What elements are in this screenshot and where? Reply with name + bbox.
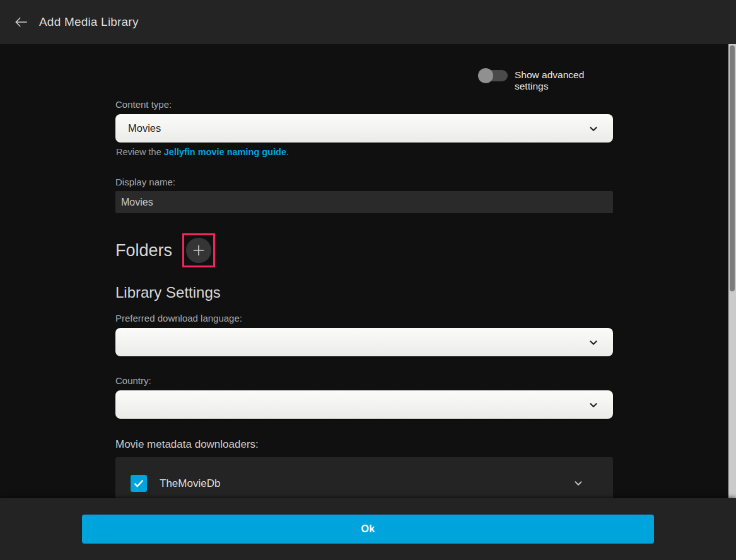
page-title: Add Media Library — [39, 15, 139, 29]
display-name-label: Display name: — [115, 177, 175, 187]
app-header: Add Media Library — [0, 0, 736, 44]
expand-chevron-icon[interactable] — [571, 476, 585, 490]
scrollbar-thumb[interactable] — [730, 45, 735, 291]
metadata-downloaders-label: Movie metadata downloaders: — [115, 438, 259, 451]
preferred-language-label: Preferred download language: — [115, 313, 242, 324]
arrow-back-icon — [13, 14, 29, 30]
toggle-knob — [478, 68, 493, 83]
content-type-value: Movies — [128, 122, 587, 134]
chevron-down-icon — [587, 122, 600, 136]
back-button[interactable] — [6, 7, 36, 37]
form-scroll-area: Show advanced settings Content type: Mov… — [0, 44, 728, 498]
advanced-settings-label: Show advanced settings — [515, 69, 613, 92]
help-prefix: Review the — [116, 147, 164, 157]
library-settings-heading: Library Settings — [115, 284, 221, 301]
country-select[interactable] — [115, 390, 613, 419]
country-label: Country: — [115, 375, 151, 386]
folders-heading: Folders — [115, 241, 172, 260]
chevron-down-icon — [587, 335, 600, 349]
add-folder-button[interactable] — [186, 238, 211, 263]
focus-highlight-ring — [182, 233, 215, 267]
plus-icon — [191, 243, 206, 258]
content-type-select[interactable]: Movies — [115, 114, 613, 143]
check-icon — [132, 477, 145, 490]
ok-button[interactable]: Ok — [82, 515, 654, 544]
scrollbar-track[interactable] — [728, 44, 736, 498]
chevron-down-icon — [587, 398, 600, 412]
help-suffix: . — [286, 147, 289, 157]
form-column: Show advanced settings Content type: Mov… — [115, 44, 613, 498]
footer-bar: Ok — [0, 498, 736, 560]
advanced-settings-row: Show advanced settings — [115, 67, 613, 85]
display-name-input[interactable] — [115, 191, 613, 213]
naming-guide-link[interactable]: Jellyfin movie naming guide — [164, 147, 286, 157]
metadata-downloader-card: TheMovieDb — [115, 457, 613, 498]
metadata-downloader-name: TheMovieDb — [160, 477, 220, 490]
preferred-language-select[interactable] — [115, 328, 613, 356]
folders-section-header: Folders — [115, 233, 215, 268]
themoviedb-checkbox[interactable] — [131, 475, 147, 492]
content-type-label: Content type: — [115, 99, 172, 110]
show-advanced-toggle[interactable] — [479, 70, 508, 81]
naming-guide-help: Review the Jellyfin movie naming guide. — [116, 147, 289, 157]
add-media-library-screen: Add Media Library Show advanced settings… — [0, 0, 736, 560]
